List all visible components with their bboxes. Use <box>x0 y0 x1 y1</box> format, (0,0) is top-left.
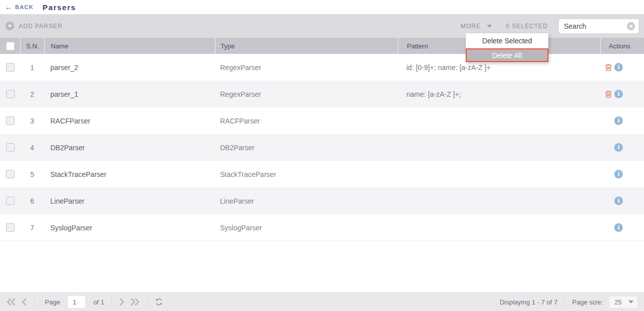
menu-item-delete-selected[interactable]: Delete Selected <box>466 33 548 48</box>
row-pattern <box>398 161 600 188</box>
info-icon[interactable]: i <box>614 90 623 98</box>
page-number-input[interactable] <box>68 296 85 308</box>
displaying-status: Displaying 1 - 7 of 7 <box>499 298 557 306</box>
row-name: parser_1 <box>44 81 215 107</box>
header-checkbox-cell <box>0 38 20 54</box>
row-checkbox[interactable] <box>6 143 15 152</box>
column-header-actions: Actions <box>600 38 644 54</box>
divider <box>34 298 35 306</box>
plus-icon: + <box>6 22 14 30</box>
row-checkbox[interactable] <box>6 63 15 72</box>
info-icon[interactable]: i <box>614 63 623 72</box>
row-pattern <box>398 134 600 161</box>
top-bar: ← BACK Parsers <box>0 0 644 14</box>
info-icon[interactable]: i <box>614 197 623 205</box>
pagination-bar: Page of 1 Displaying 1 - 7 of 7 Page siz… <box>0 292 644 311</box>
column-header-name[interactable]: Name <box>44 38 215 54</box>
prev-page-button[interactable] <box>21 298 27 305</box>
more-button[interactable]: MORE <box>461 23 492 30</box>
row-type: StackTraceParser <box>215 161 398 188</box>
row-checkbox[interactable] <box>6 197 15 205</box>
row-type: SyslogParser <box>215 214 398 241</box>
add-parser-label: ADD PARSER <box>19 23 62 30</box>
table-row: 2 parser_1 RegexParser name: [a-zA-Z ]+;… <box>0 81 644 107</box>
clear-search-icon[interactable]: ✕ <box>627 22 635 30</box>
row-pattern <box>398 214 600 241</box>
row-sn: 1 <box>20 54 44 81</box>
column-header-type[interactable]: Type <box>215 38 398 54</box>
divider <box>111 298 112 306</box>
add-parser-button[interactable]: + ADD PARSER <box>6 22 62 30</box>
chevron-down-icon <box>628 300 633 303</box>
row-pattern <box>398 188 600 214</box>
more-dropdown-menu: Delete Selected Delete All <box>466 33 548 62</box>
table-row: 4 DB2Parser DB2Parser i <box>0 134 644 161</box>
chevron-down-icon <box>487 25 492 28</box>
table-row: 3 RACFParser RACFParser i <box>0 107 644 134</box>
divider <box>147 298 148 306</box>
row-pattern <box>398 107 600 134</box>
page-label: Page <box>45 298 60 306</box>
parsers-page: ← BACK Parsers + ADD PARSER MORE 0 SELEC… <box>0 0 644 311</box>
back-label: BACK <box>15 4 34 10</box>
column-header-sn[interactable]: S.N. <box>20 38 44 54</box>
row-sn: 3 <box>20 107 44 134</box>
info-icon[interactable]: i <box>614 223 623 232</box>
row-type: RegexParser <box>215 81 398 107</box>
selected-count: 0 SELECTED <box>506 23 548 30</box>
row-sn: 7 <box>20 214 44 241</box>
row-name: parser_2 <box>44 54 215 81</box>
row-sn: 2 <box>20 81 44 107</box>
page-of-label: of 1 <box>93 298 104 306</box>
back-button[interactable]: ← BACK <box>5 4 34 11</box>
row-pattern: name: [a-zA-Z ]+; <box>398 81 600 107</box>
row-type: RACFParser <box>215 107 398 134</box>
info-icon[interactable]: i <box>614 143 623 152</box>
row-name: LineParser <box>44 188 215 214</box>
row-type: LineParser <box>215 188 398 214</box>
delete-icon[interactable] <box>604 63 612 72</box>
info-icon[interactable]: i <box>614 170 623 178</box>
row-name: StackTraceParser <box>44 161 215 188</box>
row-name: DB2Parser <box>44 134 215 161</box>
row-type: DB2Parser <box>215 134 398 161</box>
page-size-select[interactable]: 25 <box>609 296 638 308</box>
table-row: 6 LineParser LineParser i <box>0 188 644 214</box>
page-title: Parsers <box>43 3 76 12</box>
table-row: 5 StackTraceParser StackTraceParser i <box>0 161 644 188</box>
page-size-value: 25 <box>614 298 621 306</box>
back-arrow-icon: ← <box>5 4 12 11</box>
row-sn: 5 <box>20 161 44 188</box>
row-type: RegexParser <box>215 54 398 81</box>
next-page-button[interactable] <box>119 298 125 305</box>
first-page-button[interactable] <box>6 298 16 305</box>
select-all-checkbox[interactable] <box>6 42 15 50</box>
row-checkbox[interactable] <box>6 170 15 178</box>
more-label: MORE <box>461 23 481 30</box>
delete-icon[interactable] <box>604 90 612 98</box>
row-checkbox[interactable] <box>6 90 15 98</box>
row-name: RACFParser <box>44 107 215 134</box>
search-box: ✕ <box>559 19 638 33</box>
search-input[interactable] <box>564 20 624 32</box>
row-sn: 6 <box>20 188 44 214</box>
refresh-button[interactable] <box>155 298 163 306</box>
row-checkbox[interactable] <box>6 223 15 232</box>
page-size-label: Page size: <box>572 298 603 306</box>
row-name: SyslogParser <box>44 214 215 241</box>
divider <box>564 298 565 306</box>
menu-item-delete-all[interactable]: Delete All <box>466 48 548 62</box>
info-icon[interactable]: i <box>614 116 623 125</box>
table-body: 1 parser_2 RegexParser id: [0-9]+; name:… <box>0 54 644 241</box>
table-row: 7 SyslogParser SyslogParser i <box>0 214 644 241</box>
row-sn: 4 <box>20 134 44 161</box>
row-checkbox[interactable] <box>6 116 15 125</box>
last-page-button[interactable] <box>130 298 140 305</box>
